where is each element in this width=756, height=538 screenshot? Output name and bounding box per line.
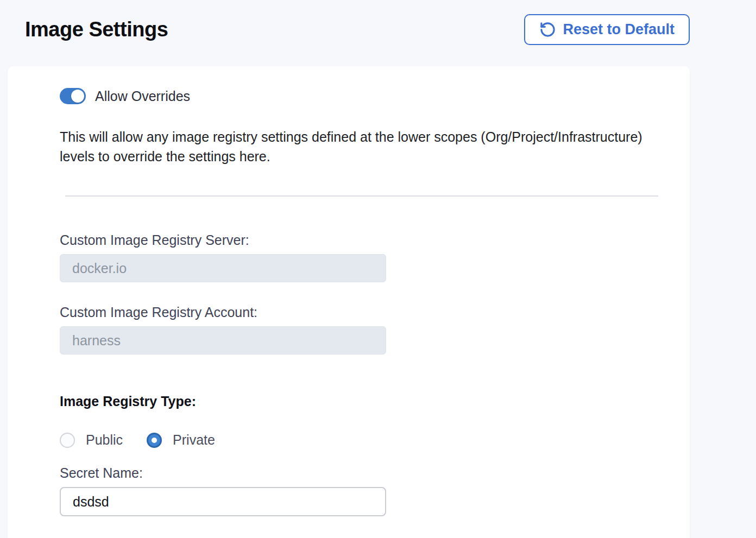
registry-type-radio-group: Public Private bbox=[60, 432, 669, 448]
radio-public[interactable]: Public bbox=[60, 432, 123, 448]
image-settings-card: Allow Overrides This will allow any imag… bbox=[8, 66, 690, 538]
secret-name-label: Secret Name: bbox=[60, 465, 669, 481]
rotate-ccw-icon bbox=[539, 21, 556, 38]
registry-server-label: Custom Image Registry Server: bbox=[60, 232, 669, 248]
registry-type-label: Image Registry Type: bbox=[60, 394, 669, 409]
reset-to-default-button[interactable]: Reset to Default bbox=[524, 14, 690, 45]
secret-name-group: Secret Name: bbox=[60, 465, 669, 516]
secret-name-input[interactable] bbox=[60, 487, 386, 516]
radio-public-label: Public bbox=[86, 432, 123, 448]
allow-overrides-row: Allow Overrides bbox=[60, 88, 669, 104]
overrides-description-line-1: This will allow any image registry setti… bbox=[60, 127, 669, 147]
page-title: Image Settings bbox=[25, 18, 168, 41]
allow-overrides-toggle[interactable] bbox=[60, 88, 86, 104]
radio-private[interactable]: Private bbox=[147, 432, 215, 448]
overrides-description-line-2: levels to override the settings here. bbox=[60, 147, 669, 166]
registry-server-group: Custom Image Registry Server: bbox=[60, 232, 669, 282]
section-divider bbox=[65, 195, 658, 197]
registry-account-label: Custom Image Registry Account: bbox=[60, 305, 669, 320]
page-header: Image Settings Reset to Default bbox=[0, 0, 756, 66]
registry-account-input[interactable] bbox=[60, 326, 386, 355]
allow-overrides-label: Allow Overrides bbox=[95, 88, 190, 104]
registry-account-group: Custom Image Registry Account: bbox=[60, 305, 669, 355]
radio-circle-icon bbox=[60, 433, 75, 448]
overrides-description: This will allow any image registry setti… bbox=[60, 127, 669, 166]
toggle-knob-icon bbox=[71, 90, 84, 103]
registry-server-input[interactable] bbox=[60, 254, 386, 282]
radio-circle-icon bbox=[147, 433, 162, 448]
radio-private-label: Private bbox=[173, 432, 215, 448]
reset-to-default-label: Reset to Default bbox=[563, 21, 675, 38]
